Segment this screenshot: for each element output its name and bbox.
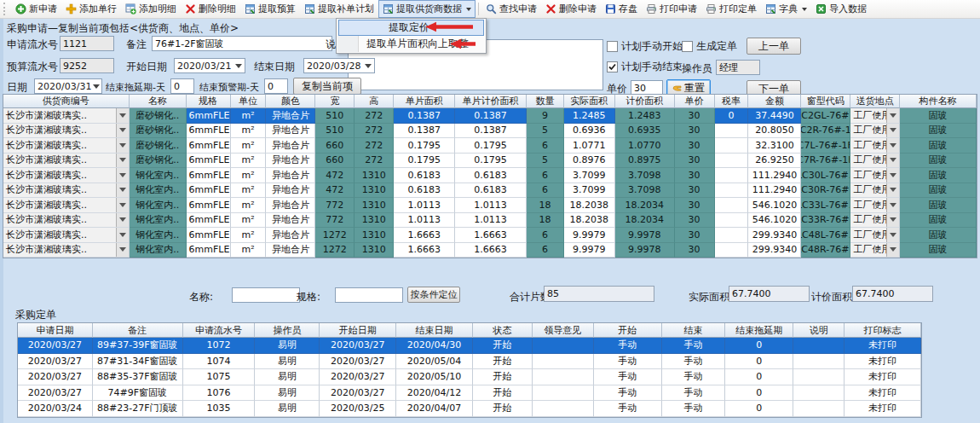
toolbar-save-button[interactable]: 存盘 xyxy=(601,0,642,18)
previous-order-button[interactable]: 上一单 xyxy=(747,38,801,55)
date-picker[interactable]: 2020/03/31 xyxy=(34,78,102,94)
toolbar-delete-request-button[interactable]: 删除申请 xyxy=(541,0,601,18)
locate-by-condition-button[interactable]: 按条件定位 xyxy=(407,287,460,303)
toolbar-grip[interactable] xyxy=(3,3,8,15)
cell-dropdown[interactable]: 工厂使用 xyxy=(850,124,900,139)
column-header[interactable]: 实际面积 xyxy=(564,95,615,108)
column-header[interactable]: 状态 xyxy=(473,323,533,338)
column-header[interactable]: 窗型代码 xyxy=(801,95,850,108)
cell-dropdown[interactable]: 长沙市潇湘玻璃实.. xyxy=(3,198,130,213)
column-header[interactable]: 名称 xyxy=(130,95,187,108)
column-header[interactable]: 供货商编号 xyxy=(3,95,130,108)
cell-dropdown[interactable]: 长沙市潇湘玻璃实.. xyxy=(3,124,130,139)
cell: 30 xyxy=(675,213,715,229)
cell-dropdown[interactable]: 长沙市潇湘玻璃实.. xyxy=(3,108,130,124)
cell-dropdown[interactable]: 工厂使用 xyxy=(850,154,900,169)
cell-dropdown[interactable]: 长沙市潇湘玻璃实.. xyxy=(3,138,130,154)
column-header[interactable]: 打印标志 xyxy=(845,323,921,338)
cell-dropdown[interactable]: 长沙市潇湘玻璃实.. xyxy=(3,228,130,243)
toolbar-extract-supp-plan-button[interactable]: 提取补单计划 xyxy=(300,0,378,18)
copy-current-button[interactable]: 复制当前项 xyxy=(293,78,361,95)
column-header[interactable]: 领导意见 xyxy=(533,323,594,338)
toolbar-extract-supplier-button[interactable]: 提取供货商数据 xyxy=(378,0,476,18)
toolbar-add-detail-button[interactable]: 添加明细 xyxy=(121,0,181,18)
plan-manual-start-checkbox[interactable]: 计划手动开始 xyxy=(607,39,683,54)
remark-input[interactable] xyxy=(152,36,332,51)
generate-order-checkbox[interactable]: 生成定单 xyxy=(682,39,737,54)
detail-row[interactable]: 长沙市潇湘玻璃实..磨砂钢化..6mmFLE..m²异地合片5102720.13… xyxy=(3,108,977,124)
column-header[interactable]: 操作员 xyxy=(255,323,320,338)
order-row[interactable]: 2020/03/2789#37-39F窗固玻1072易明2020/03/2720… xyxy=(18,338,921,354)
detail-row[interactable]: 长沙市潇湘玻璃实..钢化室内..6mmFLE..m²异地合片127213101.… xyxy=(3,228,977,243)
cell-dropdown[interactable]: 工厂使用 xyxy=(850,228,900,243)
order-row[interactable]: 2020/03/2774#9F窗固玻1076易明2020/03/272020/0… xyxy=(18,385,921,402)
column-header[interactable]: 单片面积 xyxy=(394,95,455,108)
toolbar-extract-budget-button[interactable]: 提取预算 xyxy=(240,0,300,18)
column-header[interactable]: 高 xyxy=(355,95,394,108)
column-header[interactable]: 颜色 xyxy=(266,95,315,108)
plan-manual-end-checkbox[interactable]: 计划手动结束 xyxy=(607,60,683,74)
cell-dropdown[interactable]: 长沙市潇湘玻璃实.. xyxy=(3,243,130,258)
detail-row[interactable]: 长沙市潇湘玻璃实..磨砂钢化..6mmFLE..m²异地合片6602720.17… xyxy=(3,138,977,154)
order-row[interactable]: 2020/03/2787#31-34F窗固玻1074易明2020/03/2720… xyxy=(18,354,921,370)
column-header[interactable]: 数量 xyxy=(527,95,564,108)
column-header[interactable]: 构件名称 xyxy=(900,95,977,108)
column-header[interactable]: 结束拖延期 xyxy=(725,323,793,338)
order-row[interactable]: 2020/03/2788#35-37F窗固玻1075易明2020/03/2720… xyxy=(18,369,921,385)
detail-row[interactable]: 长沙市潇湘玻璃实..钢化室内..6mmFLE..m²异地合片47213100.6… xyxy=(3,183,977,199)
order-row[interactable]: 2020/03/2488#23-27F门顶玻1035易明2020/03/2520… xyxy=(18,401,921,417)
end-warning-input[interactable] xyxy=(264,78,288,94)
column-header[interactable]: 说明 xyxy=(793,323,845,338)
cell-dropdown[interactable]: 长沙市潇湘玻璃实.. xyxy=(3,168,130,183)
cell: 1310 xyxy=(355,168,394,183)
toolbar-dictionary-button[interactable]: 字典 xyxy=(761,0,811,18)
toolbar-print-order-button[interactable]: 打印定单 xyxy=(701,0,761,18)
end-delay-input[interactable] xyxy=(170,78,194,94)
detail-row[interactable]: 长沙市潇湘玻璃实..磨砂钢化..6mmFLE..m²异地合片6602720.17… xyxy=(3,154,977,169)
detail-row[interactable]: 长沙市潇湘玻璃实..钢化室内..6mmFLE..m²异地合片77213101.0… xyxy=(3,213,977,229)
end-date-picker[interactable]: 2020/03/28 xyxy=(303,58,375,73)
cell-dropdown[interactable]: 工厂使用 xyxy=(850,108,900,124)
column-header[interactable]: 送货地点 xyxy=(850,95,900,108)
column-header[interactable]: 金额 xyxy=(748,95,801,108)
serial-input[interactable] xyxy=(60,36,114,51)
cell-dropdown[interactable]: 长沙市潇湘玻璃实.. xyxy=(3,154,130,169)
operator-input[interactable] xyxy=(716,60,760,75)
column-header[interactable]: 结束 xyxy=(662,323,726,338)
column-header[interactable]: 计价面积 xyxy=(615,95,675,108)
toolbar-find-request-button[interactable]: 查找申请 xyxy=(481,0,541,18)
detail-row[interactable]: 长沙市潇湘玻璃实..钢化室内..6mmFLE..m²异地合片77213101.0… xyxy=(3,198,977,213)
cell-dropdown[interactable]: 工厂使用 xyxy=(850,168,900,183)
toolbar-add-row-button[interactable]: 添加单行 xyxy=(61,0,121,18)
filter-name-input[interactable] xyxy=(232,287,300,303)
cell-dropdown[interactable]: 工厂使用 xyxy=(850,243,900,258)
cell-dropdown[interactable]: 长沙市潇湘玻璃实.. xyxy=(3,213,130,229)
budget-serial-input[interactable] xyxy=(60,58,114,73)
column-header[interactable]: 单片计价面积 xyxy=(455,95,527,108)
cell-dropdown[interactable]: 工厂使用 xyxy=(850,138,900,154)
cell-dropdown[interactable]: 工厂使用 xyxy=(850,213,900,229)
start-date-picker[interactable]: 2020/03/21 xyxy=(174,58,245,73)
toolbar-new-request-button[interactable]: 新申请 xyxy=(11,0,61,18)
detail-row[interactable]: 长沙市潇湘玻璃实..钢化室内..6mmFLE..m²异地合片127213101.… xyxy=(3,243,977,258)
cell-dropdown[interactable]: 工厂使用 xyxy=(850,183,900,199)
column-header[interactable]: 申请日期 xyxy=(18,323,93,338)
cell-dropdown[interactable]: 长沙市潇湘玻璃实.. xyxy=(3,183,130,199)
column-header[interactable]: 单位 xyxy=(231,95,267,108)
column-header[interactable]: 单价 xyxy=(675,95,715,108)
column-header[interactable]: 开始 xyxy=(594,323,662,338)
toolbar-import-data-button[interactable]: 导入数据 xyxy=(811,0,871,18)
column-header[interactable]: 规格 xyxy=(187,95,231,108)
detail-row[interactable]: 长沙市潇湘玻璃实..磨砂钢化..6mmFLE..m²异地合片5102720.13… xyxy=(3,124,977,139)
column-header[interactable]: 开始日期 xyxy=(320,323,396,338)
column-header[interactable]: 申请流水号 xyxy=(183,323,256,338)
column-header[interactable]: 税率 xyxy=(715,95,749,108)
filter-spec-input[interactable] xyxy=(335,287,403,303)
detail-row[interactable]: 长沙市潇湘玻璃实..钢化室内..6mmFLE..m²异地合片47213100.6… xyxy=(3,168,977,183)
cell-dropdown[interactable]: 工厂使用 xyxy=(850,198,900,213)
toolbar-delete-detail-button[interactable]: 删除明细 xyxy=(181,0,240,18)
column-header[interactable]: 备注 xyxy=(93,323,183,338)
column-header[interactable]: 宽 xyxy=(315,95,355,108)
toolbar-print-request-button[interactable]: 打印申请 xyxy=(642,0,701,18)
column-header[interactable]: 结束日期 xyxy=(396,323,473,338)
